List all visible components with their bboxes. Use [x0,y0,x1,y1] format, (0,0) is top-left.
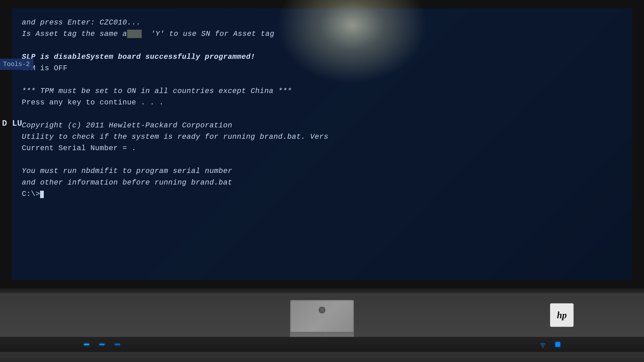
bottom-indicator-bar [0,337,644,352]
hp-logo: hp [550,303,574,327]
terminal-line: Is Asset tag the same a 'Y' to use SN fo… [22,28,622,39]
laptop-container: Tools-2 D LU and press Enter: CZC010... … [0,0,644,362]
status-indicator [556,342,560,347]
terminal-line-warning: *** TPM must be set to ON in all countri… [22,85,622,97]
terminal-line-empty [22,108,622,120]
lg-label: D LU [0,117,24,130]
hinge [0,288,644,293]
terminal-line: You must run nbdmifit to program serial … [22,165,622,177]
terminal-line: and press Enter: CZC010... [22,17,622,28]
terminal-screen: and press Enter: CZC010... Is Asset tag … [12,8,632,280]
terminal-line: Current Serial Number = . [22,142,622,154]
cursor-blink [40,191,44,198]
terminal-line: Utility to check if the system is ready … [22,131,622,142]
battery-indicator [115,344,120,345]
laptop-body: hp [0,288,644,362]
terminal-line: Press any key to continue . . . [22,97,622,108]
terminal-line: TPM is OFF [22,62,622,74]
screen-bezel: Tools-2 D LU and press Enter: CZC010... … [0,0,644,288]
terminal-line: Copyright (c) 2011 Hewlett-Packard Corpo… [22,120,622,131]
trackpoint [319,307,325,313]
terminal-line-empty [22,39,622,51]
left-indicators [84,344,120,345]
terminal-line: and other information before running bra… [22,177,622,188]
power-indicator [84,344,89,345]
terminal-line-empty [22,154,622,165]
wifi-icon [539,340,547,349]
tools-label: Tools-2 [0,59,33,70]
hdd-indicator [99,344,105,345]
touchpad[interactable] [290,300,354,340]
right-indicators [539,340,560,349]
keyboard-area: hp [0,293,644,337]
terminal-line-empty [22,74,622,85]
terminal-output: and press Enter: CZC010... Is Asset tag … [22,15,622,200]
terminal-line: SLP is disableSystem board successfully … [22,51,622,62]
terminal-prompt-line: C:\> [22,188,622,200]
